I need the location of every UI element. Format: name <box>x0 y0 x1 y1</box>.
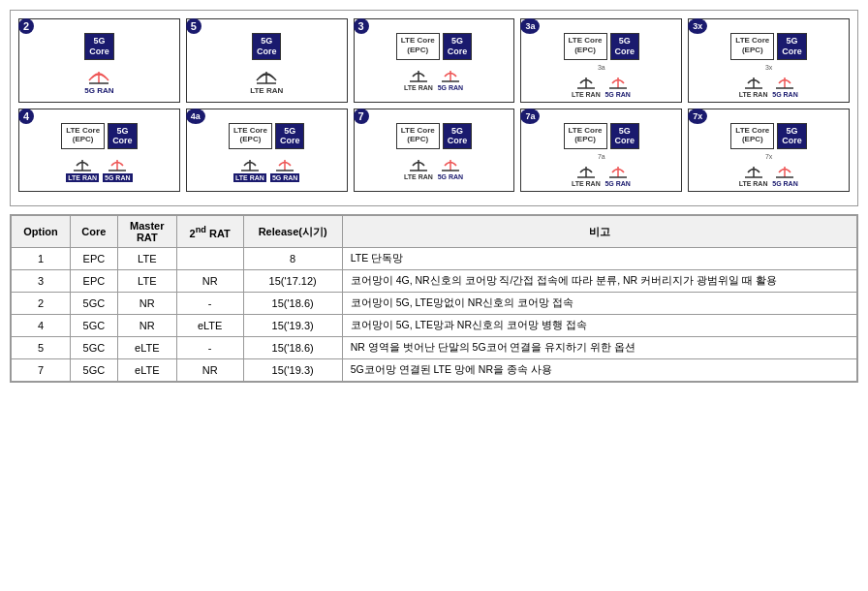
option-box-7: 7 LTE Core(EPC) 5GCore <box>354 109 515 193</box>
ran-5g-7a: 5G RAN <box>604 180 632 187</box>
cell-release: 15('18.6) <box>243 293 342 315</box>
option-box-4a: 4a LTE Core(EPC) 5GCore <box>186 109 348 193</box>
cell-option: 1 <box>12 248 71 270</box>
ran-5g-label-4: 5G RAN <box>103 173 132 182</box>
core-lte-4a: LTE Core(EPC) <box>229 123 272 150</box>
option-number-7: 7 <box>354 109 369 124</box>
col-master-rat: MasterRAT <box>117 216 176 248</box>
core-lte-7: LTE Core(EPC) <box>396 123 440 150</box>
ran-lte-5: LTE RAN <box>250 86 283 95</box>
main-container: 2 5GCore 5G RAN 5 <box>10 10 858 383</box>
antenna-lte-3a <box>573 71 600 90</box>
cell-core: EPC <box>70 248 117 270</box>
cell-option: 5 <box>12 337 71 359</box>
core-block-5g: 5GCore <box>84 33 114 60</box>
ran-lte-4a: LTE RAN <box>233 173 266 182</box>
ran-5g-7x: 5G RAN <box>771 180 798 187</box>
cell-second-rat: - <box>176 293 243 315</box>
cell-master-rat: eLTE <box>117 337 176 359</box>
ran-5g-3a: 5G RAN <box>604 91 632 98</box>
cell-note: 코어망이 4G, NR신호의 코어망 직/간접 접속에 따라 분류, NR 커버… <box>342 270 856 293</box>
sublabel-3x: 3x <box>765 64 772 71</box>
cell-core: 5GC <box>70 293 117 315</box>
antenna-5g-3 <box>437 64 464 83</box>
core-lte-7x: LTE Core(EPC) <box>730 123 774 150</box>
cell-note: 코어망이 5G, LTE망과 NR신호의 코어망 병행 접속 <box>342 315 856 337</box>
core-lte-4: LTE Core(EPC) <box>61 123 105 150</box>
option-number-7x: 7x <box>688 109 707 124</box>
antenna-5g-4 <box>104 153 131 172</box>
antenna-lte-7a <box>573 160 600 179</box>
core-5g-7: 5GCore <box>443 123 473 150</box>
ran-lte-label-4: LTE RAN <box>66 173 99 182</box>
option-number-2: 2 <box>18 18 34 34</box>
antenna-5g-3a <box>604 71 632 90</box>
table-row: 45GCNReLTE15('19.3)코어망이 5G, LTE망과 NR신호의 … <box>12 315 857 337</box>
sublabel-3a: 3a <box>598 64 605 71</box>
antenna-5g-7x <box>771 160 798 179</box>
option-box-4: 4 LTE Core(EPC) 5GCore <box>18 109 180 193</box>
col-release: Release(시기) <box>243 216 342 248</box>
core-lte-7a: LTE Core(EPC) <box>564 123 607 150</box>
options-table: Option Core MasterRAT 2nd RAT Release(시기… <box>11 215 857 382</box>
option-number-7a: 7a <box>520 109 540 124</box>
antenna-5g-7 <box>437 153 464 172</box>
core-lte-3a: LTE Core(EPC) <box>564 33 607 60</box>
cell-option: 3 <box>12 270 71 293</box>
cell-second-rat: eLTE <box>176 315 243 337</box>
option-box-7x: 7x LTE Core(EPC) 5GCore 7x <box>688 109 850 193</box>
ran-lte-7x: LTE RAN <box>739 180 768 187</box>
ran-lte-3a: LTE RAN <box>572 91 601 98</box>
cell-core: 5GC <box>70 337 117 359</box>
antenna-lte-4 <box>69 153 96 172</box>
core-block-5g-5: 5GCore <box>252 33 282 60</box>
cell-option: 7 <box>12 359 71 382</box>
option-number-4a: 4a <box>186 109 205 124</box>
cell-release: 15('17.12) <box>243 270 342 293</box>
core-5g-3x: 5GCore <box>777 33 807 60</box>
diagram-section: 2 5GCore 5G RAN 5 <box>10 10 858 206</box>
table-row: 1EPCLTE8LTE 단독망 <box>12 248 857 270</box>
antenna-5g-7a <box>604 160 632 179</box>
ran-lte-label-3: LTE RAN <box>404 84 433 91</box>
option-number-5: 5 <box>186 18 202 34</box>
cell-option: 2 <box>12 293 71 315</box>
cell-core: 5GC <box>70 315 117 337</box>
sublabel-7x: 7x <box>765 153 772 160</box>
core-5g-3a: 5GCore <box>610 33 640 60</box>
core-5g-4a: 5GCore <box>275 123 305 150</box>
col-option: Option <box>12 216 71 248</box>
diagram-row-2: 4 LTE Core(EPC) 5GCore <box>18 109 850 193</box>
option-number-3: 3 <box>354 18 369 34</box>
core-5g-3: 5GCore <box>443 33 473 60</box>
cell-release: 8 <box>243 248 342 270</box>
cell-master-rat: NR <box>117 293 176 315</box>
core-lte-3x: LTE Core(EPC) <box>730 33 774 60</box>
cell-second-rat: NR <box>176 270 243 293</box>
ran-lte-7a: LTE RAN <box>572 180 601 187</box>
antenna-5g-4a <box>271 153 298 172</box>
col-note: 비고 <box>342 216 856 248</box>
core-5g-7x: 5GCore <box>777 123 807 150</box>
table-row: 75GCeLTENR15('19.3)5G코어망 연결된 LTE 망에 NR을 … <box>12 359 857 382</box>
antenna-icon-5 <box>252 64 281 85</box>
table-row: 55GCeLTE-15('18.6)NR 영역을 벗어난 단말의 5G코어 연결… <box>12 337 857 359</box>
cell-release: 15('18.6) <box>243 337 342 359</box>
cell-second-rat: NR <box>176 359 243 382</box>
cell-master-rat: eLTE <box>117 359 176 382</box>
ran-lte-3x: LTE RAN <box>739 91 768 98</box>
cell-note: 코어망이 5G, LTE망없이 NR신호의 코어망 접속 <box>342 293 856 315</box>
antenna-lte-7x <box>740 160 767 179</box>
option-box-7a: 7a LTE Core(EPC) 5GCore 7a <box>520 109 682 193</box>
antenna-icon <box>84 64 113 85</box>
cell-master-rat: NR <box>117 315 176 337</box>
cell-note: 5G코어망 연결된 LTE 망에 NR을 종속 사용 <box>342 359 856 382</box>
cell-master-rat: LTE <box>117 270 176 293</box>
cell-release: 15('19.3) <box>243 359 342 382</box>
cell-core: 5GC <box>70 359 117 382</box>
sublabel-7a: 7a <box>598 153 605 160</box>
cell-release: 15('19.3) <box>243 315 342 337</box>
col-second-rat: 2nd RAT <box>176 216 243 248</box>
option-box-3: 3 LTE Core(EPC) 5GCore <box>354 18 515 103</box>
ran-5g-label-3: 5G RAN <box>437 84 464 91</box>
